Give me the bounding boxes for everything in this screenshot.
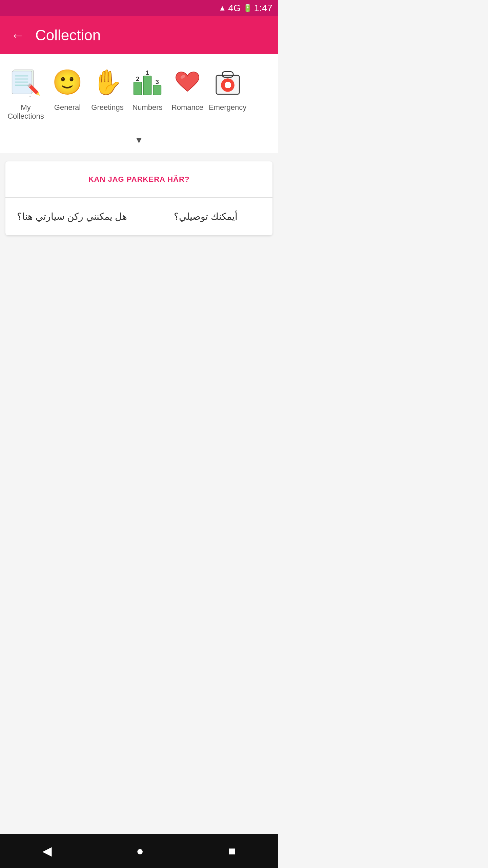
expand-arrow[interactable]: ▾ [0, 126, 278, 153]
romance-icon [172, 67, 203, 97]
category-section: My Collections 🙂 General ✋ Greetings [0, 54, 278, 126]
svg-rect-11 [134, 82, 142, 95]
svg-text:2: 2 [136, 76, 139, 82]
svg-text:1: 1 [146, 70, 149, 76]
general-icon: 🙂 [52, 67, 83, 97]
chevron-down-icon: ▾ [136, 133, 142, 146]
phrase-text-1: هل يمكنني ركن سيارتي هنا؟ [17, 211, 127, 222]
numbers-icon: 2 1 3 [132, 67, 163, 97]
svg-rect-13 [153, 85, 161, 95]
category-label-numbers: Numbers [132, 103, 162, 112]
greetings-icon: ✋ [92, 67, 123, 97]
category-item-emergency[interactable]: Emergen­cy [209, 65, 246, 121]
category-label-emergency: Emergen­cy [209, 103, 246, 112]
category-label-greetings: Greetings [91, 103, 123, 112]
svg-text:3: 3 [156, 79, 159, 85]
svg-rect-1 [12, 71, 32, 94]
signal-label: 4G [228, 3, 241, 14]
phrase-card-2[interactable]: أيمكنك توصيلي؟ [139, 198, 273, 235]
card-phrases: هل يمكنني ركن سيارتي هنا؟ أيمكنك توصيلي؟ [5, 198, 272, 235]
emergency-icon [212, 67, 243, 97]
category-item-my-collections[interactable]: My Collections [5, 65, 46, 121]
signal-icon: ▲ [219, 4, 226, 13]
category-label-my-collections: My Collections [5, 103, 46, 121]
cards-section: KAN JAG PARKERA HÄR? هل يمكنني ركن سيارت… [5, 161, 272, 235]
card-header: KAN JAG PARKERA HÄR? [5, 161, 272, 198]
greetings-icon-wrapper: ✋ [90, 65, 124, 99]
page-title: Collection [35, 27, 101, 44]
status-bar: ▲ 4G 🔋 1:47 [0, 0, 278, 16]
my-collections-icon [11, 67, 41, 97]
emergency-icon-wrapper [211, 65, 245, 99]
my-collections-icon-wrapper [9, 65, 43, 99]
status-icons: ▲ 4G 🔋 1:47 [219, 3, 272, 14]
phrase-card-1[interactable]: هل يمكنني ركن سيارتي هنا؟ [5, 198, 139, 235]
category-item-greetings[interactable]: ✋ Greetings [89, 65, 126, 121]
category-label-romance: Romance [171, 103, 203, 112]
battery-icon: 🔋 [243, 4, 252, 13]
numbers-icon-wrapper: 2 1 3 [130, 65, 164, 99]
category-item-general[interactable]: 🙂 General [49, 65, 86, 121]
svg-rect-22 [225, 83, 231, 87]
app-header: ← Collection [0, 16, 278, 54]
general-icon-wrapper: 🙂 [50, 65, 84, 99]
back-button[interactable]: ← [11, 28, 24, 42]
romance-icon-wrapper [170, 65, 204, 99]
card-header-text: KAN JAG PARKERA HÄR? [88, 175, 190, 183]
category-label-general: General [54, 103, 81, 112]
time-label: 1:47 [254, 3, 273, 14]
phrase-text-2: أيمكنك توصيلي؟ [174, 211, 238, 222]
svg-rect-12 [143, 76, 151, 95]
category-item-romance[interactable]: Romance [169, 65, 206, 121]
category-grid: My Collections 🙂 General ✋ Greetings [5, 65, 272, 121]
category-item-numbers[interactable]: 2 1 3 Numbers [129, 65, 166, 121]
